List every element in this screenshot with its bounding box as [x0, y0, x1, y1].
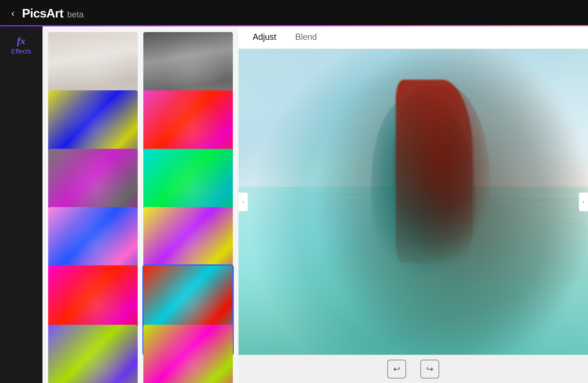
main-area: fx Effects — [0, 26, 588, 383]
header: ‹ PicsArt beta — [0, 0, 588, 26]
back-button[interactable]: ‹ — [11, 8, 14, 18]
collapse-left-button[interactable]: ‹ — [238, 192, 248, 211]
thumbnail-purple-lime[interactable] — [47, 324, 139, 383]
undo-icon: ↩ — [393, 364, 400, 374]
tab-blend[interactable]: Blend — [295, 32, 317, 43]
preview-area: ‹ ‹ — [238, 49, 588, 355]
layer-red — [238, 49, 588, 355]
redo-icon: ↪ — [426, 364, 433, 374]
app-name: PicsArt — [22, 6, 63, 20]
effects-label: Effects — [11, 48, 31, 55]
app-badge: beta — [67, 10, 84, 19]
undo-button[interactable]: ↩ — [387, 360, 406, 379]
redo-button[interactable]: ↪ — [420, 360, 439, 379]
content-area: Adjust Blend ‹ — [238, 26, 588, 383]
thumbnails-panel — [42, 26, 238, 383]
preview-image — [238, 49, 588, 355]
bottom-controls: ↩ ↪ — [238, 355, 588, 383]
tab-adjust[interactable]: Adjust — [253, 32, 276, 43]
collapse-right-icon: ‹ — [583, 199, 585, 205]
thumbnail-lime-magenta[interactable] — [142, 324, 234, 383]
fx-icon: fx — [17, 36, 25, 46]
logo: PicsArt beta — [22, 6, 84, 20]
tabs-bar: Adjust Blend — [238, 26, 588, 49]
collapse-right-button[interactable]: ‹ — [579, 192, 588, 211]
sidebar: fx Effects — [0, 26, 42, 383]
collapse-left-icon: ‹ — [242, 199, 244, 205]
